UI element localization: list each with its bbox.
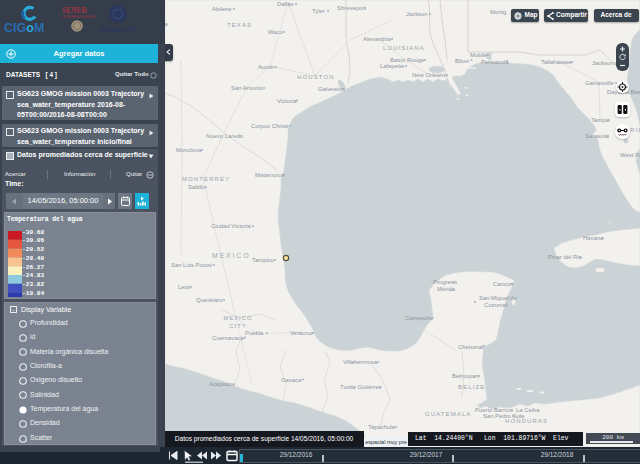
svg-text:Biloxi: Biloxi [455, 58, 469, 64]
svg-text:Oaxaca: Oaxaca [281, 377, 302, 383]
svg-text:Gainesville: Gainesville [585, 80, 615, 86]
svg-text:Cozumel: Cozumel [484, 302, 507, 308]
svg-text:Sarasota: Sarasota [585, 133, 609, 139]
svg-text:MEXICO: MEXICO [212, 252, 250, 259]
svg-text:Matamoros: Matamoros [255, 172, 285, 178]
svg-text:Villahermosa: Villahermosa [343, 359, 378, 365]
svg-text:San Miguel de: San Miguel de [479, 295, 517, 301]
svg-text:Alexandria: Alexandria [363, 36, 392, 42]
svg-text:Veracruz: Veracruz [290, 330, 313, 336]
svg-text:CITY: CITY [229, 323, 246, 329]
svg-text:Jacksonvi: Jacksonvi [592, 60, 618, 66]
svg-text:HOUSTON: HOUSTON [297, 74, 335, 80]
svg-text:LOUISIANA: LOUISIANA [383, 45, 425, 51]
svg-text:MEXICO: MEXICO [224, 315, 253, 321]
svg-text:Tampa: Tampa [591, 117, 609, 123]
svg-text:Querétaro: Querétaro [196, 297, 223, 303]
svg-text:MONTERREY: MONTERREY [182, 176, 230, 182]
svg-text:Pinar del Río: Pinar del Río [548, 254, 583, 260]
svg-text:Tuxtla Gutiérrez: Tuxtla Gutiérrez [340, 384, 382, 390]
svg-text:Tapachula: Tapachula [368, 424, 396, 430]
svg-text:Shreveport: Shreveport [337, 5, 366, 11]
svg-text:Mérida: Mérida [437, 286, 456, 292]
svg-text:Waco: Waco [268, 29, 284, 35]
svg-text:Monclova: Monclova [176, 147, 202, 153]
svg-text:Havana: Havana [583, 235, 604, 241]
svg-text:Mobile: Mobile [470, 52, 488, 58]
svg-text:Puebla: Puebla [245, 330, 264, 336]
svg-text:Austin: Austin [258, 64, 274, 70]
svg-text:Tallahassee: Tallahassee [541, 59, 573, 65]
svg-text:Pensacola: Pensacola [481, 59, 509, 65]
svg-text:Montg: Montg [490, 9, 506, 15]
svg-text:Chetumal: Chetumal [458, 344, 483, 350]
svg-text:Ciudad Victoria: Ciudad Victoria [211, 223, 252, 229]
svg-text:Cancún: Cancún [493, 281, 513, 287]
svg-text:SECRETARÍA DE ENERGÍA: SECRETARÍA DE ENERGÍA [62, 15, 95, 19]
svg-text:HONDURAS: HONDURAS [505, 418, 548, 424]
svg-text:SENER: SENER [62, 6, 88, 15]
svg-text:Jackson: Jackson [406, 11, 428, 17]
svg-text:Belmopan: Belmopan [452, 373, 479, 379]
svg-text:Campeche: Campeche [405, 315, 434, 321]
svg-text:Lafayette: Lafayette [380, 63, 405, 69]
svg-text:New Orleans: New Orleans [412, 72, 446, 78]
svg-text:Galveston: Galveston [318, 86, 345, 92]
svg-text:Dallas: Dallas [277, 1, 293, 7]
svg-text:San Luis Potosí: San Luis Potosí [171, 262, 213, 268]
svg-text:Tyler: Tyler [312, 8, 325, 14]
svg-text:Abilene: Abilene [212, 6, 232, 12]
svg-text:Tampico: Tampico [252, 257, 275, 263]
svg-text:León: León [178, 284, 191, 290]
svg-text:CIGoM: CIGoM [4, 21, 44, 35]
svg-text:West Palm: West Palm [620, 152, 640, 158]
svg-text:GUATEMALA: GUATEMALA [425, 411, 471, 417]
svg-text:San Antonio: San Antonio [231, 85, 263, 91]
svg-text:CONACYT: CONACYT [99, 25, 137, 34]
svg-text:Cuernavaca: Cuernavaca [212, 335, 244, 341]
svg-text:Acapulco: Acapulco [209, 381, 234, 387]
svg-text:Corpus Christi: Corpus Christi [251, 123, 288, 129]
svg-text:Saltillo: Saltillo [188, 184, 206, 190]
svg-text:Victoria: Victoria [277, 98, 297, 104]
svg-text:BELIZE: BELIZE [458, 384, 485, 390]
svg-text:TEXAS: TEXAS [227, 22, 252, 28]
svg-text:Nuevo Laredo: Nuevo Laredo [206, 133, 244, 139]
